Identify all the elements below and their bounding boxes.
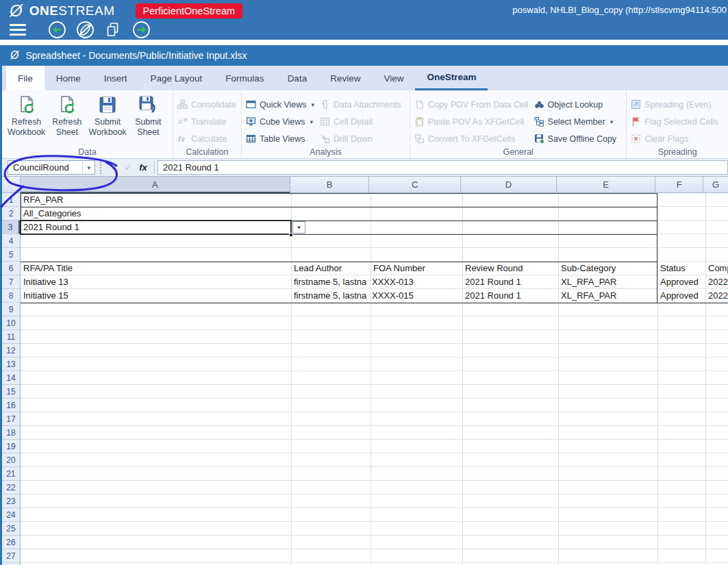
data-attachments-button[interactable]: Data Attachments xyxy=(320,96,401,113)
cell-E8[interactable]: XL_RFA_PAR xyxy=(561,289,657,303)
row-header-2[interactable]: 2 xyxy=(2,207,20,221)
row-header-27[interactable]: 27 xyxy=(2,549,20,563)
cell-F8[interactable]: Approved xyxy=(660,289,704,303)
cell-F6[interactable]: Status xyxy=(660,262,704,275)
formula-input[interactable]: 2021 Round 1 xyxy=(158,160,728,175)
cell-A2[interactable]: All_Categories xyxy=(23,207,289,221)
row-header-25[interactable]: 25 xyxy=(2,522,20,536)
row-header-11[interactable]: 11 xyxy=(2,330,20,344)
consolidate-button[interactable]: Consolidate xyxy=(177,96,236,113)
cell-B7[interactable]: firstname 5, lastna xyxy=(294,275,371,289)
row-header-1[interactable]: 1 xyxy=(2,193,20,207)
cell-D8[interactable]: 2021 Round 1 xyxy=(465,289,558,303)
cube-views-caret-icon[interactable]: ▾ xyxy=(310,118,313,125)
tab-insert[interactable]: Insert xyxy=(92,66,139,90)
row-header-5[interactable]: 5 xyxy=(2,248,20,262)
copy-pov-button[interactable]: Copy POV From Data Cell xyxy=(414,96,529,113)
submit-sheet-button[interactable]: Submit Sheet xyxy=(129,95,168,137)
nav-forward-icon[interactable] xyxy=(132,21,151,39)
refresh-sheet-button[interactable]: Refresh Sheet xyxy=(47,95,86,137)
cell-A7[interactable]: Initiative 13 xyxy=(23,275,289,289)
cell-detail-button[interactable]: Cell Detail xyxy=(320,113,401,130)
row-header-23[interactable]: 23 xyxy=(2,494,20,508)
cell-F7[interactable]: Approved xyxy=(660,275,704,289)
row-header-9[interactable]: 9 xyxy=(2,303,20,316)
row-header-10[interactable]: 10 xyxy=(2,316,20,330)
tab-formulas[interactable]: Formulas xyxy=(214,66,275,90)
calculate-button[interactable]: fx Calculate xyxy=(177,130,236,147)
quick-views-button[interactable]: Quick Views ▾ xyxy=(246,96,314,113)
row-header-14[interactable]: 14 xyxy=(2,371,20,385)
nav-back-icon[interactable] xyxy=(48,21,66,39)
cell-A8[interactable]: Initiative 15 xyxy=(23,289,289,303)
cancel-entry-icon[interactable]: ✕ xyxy=(108,162,121,173)
tab-review[interactable]: Review xyxy=(318,66,372,90)
select-all-corner[interactable] xyxy=(2,177,21,193)
confirm-entry-icon[interactable]: ✓ xyxy=(121,162,135,173)
menu-icon[interactable] xyxy=(10,24,26,36)
copy-documents-icon[interactable] xyxy=(104,21,123,39)
tab-page-layout[interactable]: Page Layout xyxy=(139,66,214,90)
row-header-21[interactable]: 21 xyxy=(2,467,20,481)
column-header-f[interactable]: F xyxy=(655,177,703,193)
tab-view[interactable]: View xyxy=(372,66,415,90)
cell-D7[interactable]: 2021 Round 1 xyxy=(465,275,558,289)
cell-E6[interactable]: Sub-Category xyxy=(561,262,657,275)
column-header-b[interactable]: B xyxy=(290,177,370,193)
grid-body[interactable] xyxy=(21,193,728,565)
name-box[interactable]: CouncilRound ▾ xyxy=(8,160,95,175)
translate-button[interactable]: a Translate xyxy=(177,113,236,130)
row-header-6[interactable]: 6 xyxy=(2,262,20,275)
row-header-16[interactable]: 16 xyxy=(2,399,20,412)
column-header-d[interactable]: D xyxy=(461,177,557,193)
tab-file[interactable]: File xyxy=(6,66,45,90)
column-header-g[interactable]: G xyxy=(703,177,728,193)
convert-xfgetcells-button[interactable]: Convert To XFGetCells xyxy=(414,130,529,147)
object-lookup-button[interactable]: Object Lookup xyxy=(534,96,617,113)
cell-B6[interactable]: Lead Author xyxy=(294,262,371,275)
row-header-7[interactable]: 7 xyxy=(2,275,20,289)
active-cell-selection[interactable] xyxy=(20,220,292,235)
row-header-20[interactable]: 20 xyxy=(2,453,20,467)
cell-G8[interactable]: 2022 xyxy=(708,289,728,303)
row-header-4[interactable]: 4 xyxy=(2,234,20,248)
formula-bar-grip[interactable] xyxy=(100,162,104,174)
cell-C8[interactable]: XXXX-015 xyxy=(372,289,461,303)
cell-C7[interactable]: XXXX-013 xyxy=(372,275,461,289)
cell-C6[interactable]: FOA Number xyxy=(373,262,462,275)
column-header-e[interactable]: E xyxy=(557,177,656,193)
spreading-even-button[interactable]: Spreading (Even) xyxy=(631,96,718,113)
row-header-8[interactable]: 8 xyxy=(2,289,20,303)
row-header-24[interactable]: 24 xyxy=(2,508,20,522)
tab-data[interactable]: Data xyxy=(276,66,319,90)
cube-views-button[interactable]: Cube Views ▾ xyxy=(246,113,314,130)
cell-A1[interactable]: RFA_PAR xyxy=(23,193,289,207)
cell-E7[interactable]: XL_RFA_PAR xyxy=(561,275,657,289)
save-offline-copy-button[interactable]: Save Offline Copy xyxy=(534,130,617,147)
row-header-13[interactable]: 13 xyxy=(2,357,20,371)
cell-G7[interactable]: 2022 xyxy=(708,275,728,289)
row-header-12[interactable]: 12 xyxy=(2,344,20,357)
select-member-caret-icon[interactable]: ▾ xyxy=(610,118,614,125)
submit-workbook-button[interactable]: Submit Workbook xyxy=(88,95,127,137)
table-views-button[interactable]: Table Views xyxy=(246,130,314,147)
column-header-c[interactable]: C xyxy=(369,177,461,193)
tab-onestream[interactable]: OneStream xyxy=(415,66,488,90)
row-header-18[interactable]: 18 xyxy=(2,426,20,440)
cell-G6[interactable]: Comp xyxy=(708,262,728,275)
row-header-19[interactable]: 19 xyxy=(2,440,20,453)
column-header-a[interactable]: A xyxy=(21,177,290,193)
select-member-button[interactable]: Select Member ▾ xyxy=(534,113,617,130)
row-header-15[interactable]: 15 xyxy=(2,385,20,399)
quick-views-caret-icon[interactable]: ▾ xyxy=(312,101,315,108)
row-header-17[interactable]: 17 xyxy=(2,412,20,426)
cell-D6[interactable]: Review Round xyxy=(465,262,558,275)
name-box-caret-icon[interactable]: ▾ xyxy=(82,161,95,174)
cell-B8[interactable]: firstname 5, lastna xyxy=(294,289,371,303)
refresh-workbook-button[interactable]: Refresh Workbook xyxy=(7,95,46,137)
globe-slash-icon[interactable] xyxy=(76,21,95,39)
cell-dropdown-button[interactable]: ▾ xyxy=(292,221,305,234)
insert-function-icon[interactable]: fx xyxy=(135,162,151,173)
flag-selected-cells-button[interactable]: Flag Selected Cells xyxy=(631,113,718,130)
row-header-26[interactable]: 26 xyxy=(2,536,20,549)
